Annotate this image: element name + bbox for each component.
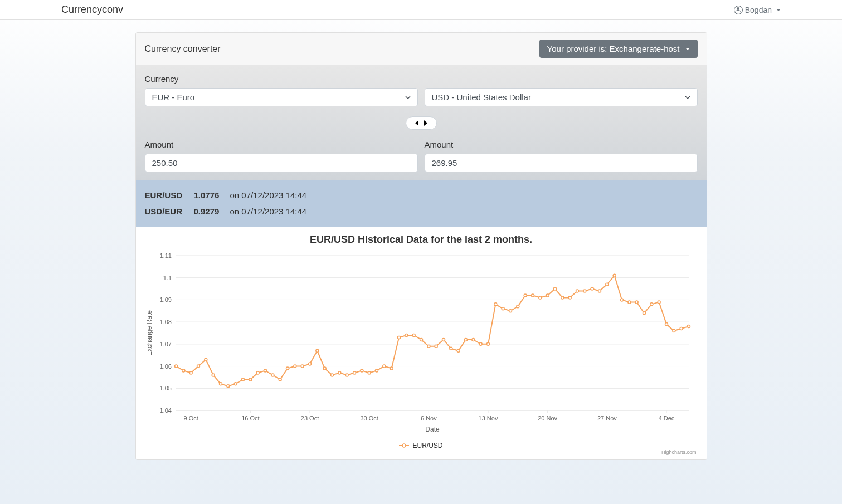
svg-text:1.1: 1.1 bbox=[163, 275, 171, 281]
svg-point-44 bbox=[226, 385, 229, 388]
svg-text:1.07: 1.07 bbox=[159, 341, 171, 348]
user-icon bbox=[734, 6, 743, 14]
card-header: Currency converter Your provider is: Exc… bbox=[136, 33, 707, 65]
svg-point-87 bbox=[546, 294, 549, 297]
svg-point-47 bbox=[249, 378, 251, 381]
svg-point-91 bbox=[576, 290, 578, 292]
provider-dropdown[interactable]: Your provider is: Exchangerate-host bbox=[539, 40, 698, 58]
svg-point-69 bbox=[412, 334, 415, 336]
svg-text:20 Nov: 20 Nov bbox=[538, 415, 557, 422]
svg-point-79 bbox=[486, 342, 489, 345]
card-title: Currency converter bbox=[145, 44, 221, 54]
svg-text:23 Oct: 23 Oct bbox=[300, 415, 318, 422]
svg-point-58 bbox=[330, 374, 333, 376]
svg-point-99 bbox=[635, 301, 638, 304]
svg-point-77 bbox=[471, 338, 474, 341]
svg-point-61 bbox=[353, 371, 356, 374]
svg-point-68 bbox=[405, 334, 407, 336]
svg-point-106 bbox=[687, 325, 690, 328]
svg-text:1.06: 1.06 bbox=[159, 363, 171, 370]
arrow-right-icon bbox=[424, 120, 427, 126]
legend-label: EUR/USD bbox=[412, 442, 442, 449]
svg-point-48 bbox=[256, 371, 259, 374]
svg-point-101 bbox=[650, 303, 653, 306]
svg-text:1.11: 1.11 bbox=[159, 252, 171, 259]
rate-pair: EUR/USD bbox=[145, 188, 188, 204]
rate-value: 1.0776 bbox=[194, 188, 225, 204]
svg-point-74 bbox=[449, 347, 452, 350]
svg-point-88 bbox=[553, 287, 556, 290]
svg-point-42 bbox=[212, 374, 215, 376]
svg-point-56 bbox=[315, 349, 318, 352]
svg-point-50 bbox=[271, 374, 274, 376]
svg-point-76 bbox=[464, 338, 467, 341]
svg-point-39 bbox=[189, 371, 192, 374]
svg-point-102 bbox=[658, 301, 660, 304]
rate-line: EUR/USD 1.0776 on 07/12/2023 14:44 bbox=[145, 188, 698, 204]
svg-point-66 bbox=[390, 367, 393, 370]
svg-text:1.05: 1.05 bbox=[159, 385, 171, 392]
svg-point-86 bbox=[538, 296, 541, 299]
svg-point-54 bbox=[301, 365, 304, 368]
rates-box: EUR/USD 1.0776 on 07/12/2023 14:44 USD/E… bbox=[136, 180, 707, 227]
arrow-left-icon bbox=[415, 120, 418, 126]
chart-svg: 1.041.051.061.071.081.091.11.119 Oct16 O… bbox=[143, 250, 700, 439]
chart-legend[interactable]: EUR/USD bbox=[143, 442, 700, 449]
svg-point-73 bbox=[442, 338, 445, 341]
amount-to-input[interactable] bbox=[425, 154, 698, 172]
svg-point-75 bbox=[457, 349, 460, 352]
converter-body: Currency bbox=[136, 65, 707, 227]
rate-value: 0.9279 bbox=[194, 204, 225, 220]
svg-point-85 bbox=[531, 294, 534, 297]
navbar: Currencyconv Bogdan bbox=[0, 0, 842, 20]
svg-point-43 bbox=[219, 383, 222, 385]
rate-pair: USD/EUR bbox=[145, 204, 188, 220]
svg-point-90 bbox=[568, 296, 571, 299]
swap-button[interactable] bbox=[406, 116, 437, 130]
svg-text:1.08: 1.08 bbox=[159, 319, 171, 325]
user-name: Bogdan bbox=[745, 6, 772, 14]
chart-container: EUR/USD Historical Data for the last 2 m… bbox=[136, 227, 707, 459]
svg-point-84 bbox=[524, 294, 527, 297]
rate-date: on 07/12/2023 14:44 bbox=[230, 204, 307, 220]
legend-swatch bbox=[399, 442, 409, 449]
svg-point-37 bbox=[174, 365, 177, 368]
svg-point-89 bbox=[561, 296, 563, 299]
svg-point-81 bbox=[502, 307, 504, 310]
svg-point-98 bbox=[627, 301, 630, 304]
brand-title[interactable]: Currencyconv bbox=[61, 4, 123, 16]
svg-text:16 Oct: 16 Oct bbox=[241, 415, 259, 422]
svg-point-97 bbox=[620, 299, 623, 301]
svg-point-55 bbox=[308, 363, 311, 365]
chart-title: EUR/USD Historical Data for the last 2 m… bbox=[143, 234, 700, 246]
svg-point-64 bbox=[375, 369, 378, 372]
svg-point-59 bbox=[338, 371, 340, 374]
svg-text:6 Nov: 6 Nov bbox=[420, 415, 436, 422]
svg-point-51 bbox=[279, 378, 281, 381]
chevron-down-icon bbox=[776, 9, 781, 11]
from-currency-select[interactable] bbox=[145, 88, 418, 106]
svg-text:4 Dec: 4 Dec bbox=[658, 415, 674, 422]
to-currency-select[interactable] bbox=[425, 88, 698, 106]
svg-point-62 bbox=[360, 369, 363, 372]
chevron-down-icon bbox=[685, 48, 690, 50]
svg-text:Exchange Rate: Exchange Rate bbox=[145, 310, 153, 356]
rate-line: USD/EUR 0.9279 on 07/12/2023 14:44 bbox=[145, 204, 698, 220]
svg-point-60 bbox=[345, 374, 348, 376]
chart-credit[interactable]: Highcharts.com bbox=[143, 449, 700, 455]
currency-label: Currency bbox=[145, 74, 698, 84]
svg-point-67 bbox=[397, 336, 400, 339]
rate-date: on 07/12/2023 14:44 bbox=[230, 188, 307, 204]
svg-point-49 bbox=[264, 369, 266, 372]
svg-point-108 bbox=[402, 444, 406, 447]
svg-point-38 bbox=[182, 369, 184, 372]
user-menu[interactable]: Bogdan bbox=[734, 6, 781, 14]
svg-text:Date: Date bbox=[425, 425, 440, 433]
svg-point-65 bbox=[382, 365, 385, 368]
svg-point-40 bbox=[197, 365, 199, 368]
svg-point-63 bbox=[368, 371, 371, 374]
svg-point-57 bbox=[323, 367, 326, 370]
svg-point-80 bbox=[494, 303, 497, 306]
svg-point-100 bbox=[643, 312, 645, 315]
amount-from-input[interactable] bbox=[145, 154, 418, 172]
